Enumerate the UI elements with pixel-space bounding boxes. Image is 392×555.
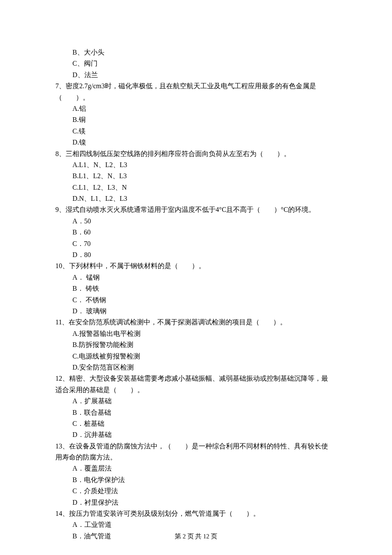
option-8c: C.L1、L2、L3、N bbox=[55, 182, 337, 193]
question-12-text-line1: 12、精密、大型设备安装基础需要考虑减小基础振幅、减弱基础振动或控制基础沉降等，… bbox=[55, 373, 337, 384]
question-12-text-line2: 适合采用的基础是（ ）。 bbox=[55, 384, 337, 396]
option-12c: C．桩基础 bbox=[55, 418, 337, 429]
question-11-text: 11、在安全防范系统调试检测中，不属于探测器调试检测的项目是（ ）。 bbox=[55, 317, 337, 328]
question-11: 11、在安全防范系统调试检测中，不属于探测器调试检测的项目是（ ）。 A.报警器… bbox=[55, 317, 337, 373]
option-9c: C．70 bbox=[55, 238, 337, 249]
option-9a: A．50 bbox=[55, 216, 337, 227]
option-8a: A.L1、N、L2、L3 bbox=[55, 159, 337, 171]
question-13: 13、在设备及管道的防腐蚀方法中，（ ）是一种综合利用不同材料的特性、具有较长使… bbox=[55, 441, 337, 508]
question-7-text-line1: 7、密度2.7g/cm3时，磁化率极低，且在航空航天工业及电气工程应用最多的有色… bbox=[55, 81, 337, 92]
question-7-text-line2: （ ）。 bbox=[55, 92, 337, 103]
option-8b: B.L1、L2、N、L3 bbox=[55, 171, 337, 182]
option-14a: A．工业管道 bbox=[55, 519, 337, 530]
option-6c: C、阀门 bbox=[55, 58, 337, 69]
option-10b: B． 铸铁 bbox=[55, 283, 337, 294]
option-11c: C.电源线被剪报警检测 bbox=[55, 351, 337, 362]
option-13c: C．介质处理法 bbox=[55, 486, 337, 497]
option-9d: D．80 bbox=[55, 249, 337, 260]
option-9b: B．60 bbox=[55, 227, 337, 238]
option-10d: D． 玻璃钢 bbox=[55, 306, 337, 317]
option-7d: D.镍 bbox=[55, 137, 337, 148]
question-9: 9、湿式自动喷水灭火系统通常适用于室内温度不低于4°C且不高于（ ）°C的环境。… bbox=[55, 204, 337, 260]
option-6b: B、大小头 bbox=[55, 47, 337, 58]
option-12b: B．联合基础 bbox=[55, 407, 337, 418]
option-12a: A．扩展基础 bbox=[55, 396, 337, 407]
option-7c: C.镁 bbox=[55, 126, 337, 137]
option-12d: D．沉井基础 bbox=[55, 429, 337, 440]
question-10: 10、下列材料中，不属于钢铁材料的是（ ）。 A． 锰钢 B． 铸铁 C． 不锈… bbox=[55, 260, 337, 317]
question-8-text: 8、三相四线制低压架空线路的排列相序应符合面向负荷从左至右为（ ）。 bbox=[55, 148, 337, 159]
question-9-text: 9、湿式自动喷水灭火系统通常适用于室内温度不低于4°C且不高于（ ）°C的环境。 bbox=[55, 204, 337, 215]
question-10-text: 10、下列材料中，不属于钢铁材料的是（ ）。 bbox=[55, 260, 337, 272]
question-6-partial: B、大小头 C、阀门 D、法兰 bbox=[55, 47, 337, 81]
option-7b: B.铜 bbox=[55, 114, 337, 125]
option-11a: A.报警器输出电平检测 bbox=[55, 328, 337, 339]
option-10a: A． 锰钢 bbox=[55, 272, 337, 283]
question-7: 7、密度2.7g/cm3时，磁化率极低，且在航空航天工业及电气工程应用最多的有色… bbox=[55, 81, 337, 148]
page-container: B、大小头 C、阀门 D、法兰 7、密度2.7g/cm3时，磁化率极低，且在航空… bbox=[0, 0, 392, 555]
option-11d: D.安全防范盲区检测 bbox=[55, 362, 337, 373]
option-13a: A．覆盖层法 bbox=[55, 463, 337, 474]
option-6d: D、法兰 bbox=[55, 69, 337, 81]
option-13b: B．电化学保护法 bbox=[55, 474, 337, 486]
question-12: 12、精密、大型设备安装基础需要考虑减小基础振幅、减弱基础振动或控制基础沉降等，… bbox=[55, 373, 337, 440]
question-13-text-line2: 用寿命的防腐方法。 bbox=[55, 452, 337, 463]
question-8: 8、三相四线制低压架空线路的排列相序应符合面向负荷从左至右为（ ）。 A.L1、… bbox=[55, 148, 337, 205]
option-10c: C． 不锈钢 bbox=[55, 295, 337, 306]
question-13-text-line1: 13、在设备及管道的防腐蚀方法中，（ ）是一种综合利用不同材料的特性、具有较长使 bbox=[55, 441, 337, 452]
question-14-text: 14、按压力管道安装许可类别及级别划分，燃气管道属于（ ）。 bbox=[55, 508, 337, 519]
page-footer: 第 2 页 共 12 页 bbox=[0, 532, 392, 542]
option-13d: D．衬里保护法 bbox=[55, 497, 337, 508]
option-8d: D.N、L1、L2、L3 bbox=[55, 193, 337, 204]
option-11b: B.防拆报警功能检测 bbox=[55, 339, 337, 350]
option-7a: A.铝 bbox=[55, 103, 337, 114]
